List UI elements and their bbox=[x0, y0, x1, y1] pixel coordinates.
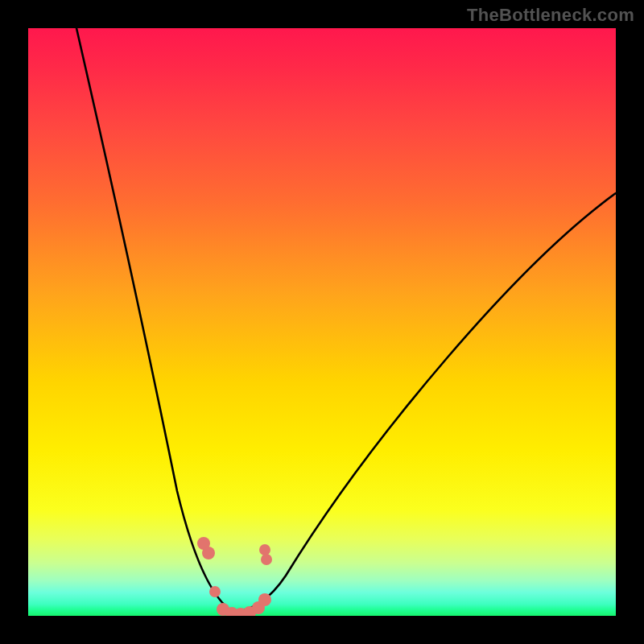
curve-right-branch bbox=[233, 193, 616, 613]
chart-frame: TheBottleneck.com bbox=[0, 0, 644, 644]
plot-area bbox=[28, 28, 616, 616]
data-dots bbox=[197, 537, 272, 616]
dot-left-mid bbox=[202, 547, 215, 559]
dot-right-lower bbox=[261, 554, 272, 565]
curve-layer bbox=[28, 28, 616, 616]
dot-left-lower bbox=[209, 586, 221, 597]
dot-right-upper bbox=[259, 544, 270, 555]
bottom-worm-6 bbox=[258, 593, 271, 606]
curve-left-branch bbox=[76, 28, 233, 613]
branding-watermark: TheBottleneck.com bbox=[467, 5, 634, 26]
